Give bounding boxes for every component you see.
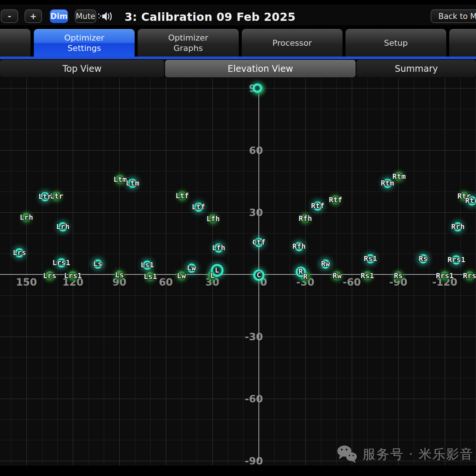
bottom-black-strip	[0, 466, 476, 476]
volume-up-label: +	[30, 12, 36, 21]
gridline-vertical	[429, 78, 430, 466]
mute-button[interactable]: Mute	[75, 9, 96, 23]
gridline-vertical	[383, 78, 383, 466]
gridline-vertical	[26, 78, 27, 466]
speaker-label-Ltr-green: Ltr	[50, 192, 63, 200]
gridline-horizontal	[0, 254, 476, 254]
subtab-top-view[interactable]: Top View	[0, 60, 164, 77]
speaker-label-R-cyan: R	[298, 267, 303, 276]
volume-up-button[interactable]: +	[25, 9, 42, 23]
speaker-label-Rs-cyan: Rs	[419, 254, 428, 263]
speaker-label-Rtm-green: Rtm	[392, 172, 406, 181]
speaker-label-Lfh-cyan: Lfh	[212, 243, 225, 252]
window-title: 3: Calibration 09 Feb 2025	[125, 10, 296, 23]
gridline-vertical	[352, 78, 352, 466]
speaker-label-Rtr-cyan: Rtr	[465, 196, 476, 205]
x-tick-label: 60	[159, 276, 173, 288]
speaker-volume-icon	[97, 11, 115, 22]
gridline-horizontal	[0, 171, 476, 171]
tab-label: Optimizer Graphs	[157, 33, 220, 53]
gridline-vertical	[197, 78, 197, 466]
x-tick-label: 150	[16, 276, 37, 288]
gridline-vertical	[321, 78, 321, 466]
gridline-horizontal	[0, 212, 476, 213]
gridline-vertical	[89, 78, 89, 466]
main-tab-bar: Optimizer Settings Optimizer Graphs Proc…	[0, 25, 476, 57]
gridline-horizontal	[0, 192, 476, 192]
gridline-vertical	[243, 78, 244, 466]
gridline-horizontal	[0, 337, 476, 337]
speaker-dot-top-cyan[interactable]	[253, 84, 262, 93]
top-black-strip	[0, 0, 476, 4]
tab-optimizer-graphs[interactable]: Optimizer Graphs	[138, 29, 239, 57]
mute-label: Mute	[76, 12, 96, 21]
elevation-view-chart[interactable]: 1501209060300-30-60-90-120906030-30-60-9…	[0, 78, 476, 466]
tab-label: Setup	[364, 38, 428, 48]
active-tab-underline	[0, 57, 476, 59]
wechat-icon	[337, 445, 358, 463]
speaker-label-Ls1-cyan: Ls1	[141, 260, 154, 269]
tab-partial-left[interactable]	[0, 29, 30, 57]
speaker-label-Rs1-green: Rs1	[361, 271, 374, 280]
speaker-label-Rs-green: Rs	[394, 271, 403, 280]
volume-down-label: -	[8, 12, 11, 21]
x-tick-label: -60	[343, 276, 361, 288]
subtab-label: Elevation View	[228, 64, 293, 74]
speaker-label-Rtm-cyan: Rtm	[381, 178, 394, 187]
gridline-horizontal	[0, 399, 476, 399]
speaker-label-Ctf-cyan: Ctf	[252, 238, 266, 247]
dim-button[interactable]: Dim	[50, 9, 68, 23]
speaker-label-Rtf-cyan: Rtf	[311, 201, 324, 210]
gridline-vertical	[42, 78, 42, 466]
speaker-label-Rrs-green: Rrs	[463, 271, 476, 280]
y-tick-label: 30	[249, 207, 263, 218]
back-label: Back to Ma	[438, 12, 476, 21]
back-to-master-button[interactable]: Back to Ma	[431, 9, 476, 23]
gridline-horizontal	[0, 419, 476, 420]
subtab-label: Top View	[62, 64, 102, 74]
gridline-vertical	[104, 78, 104, 466]
gridline-horizontal	[0, 129, 476, 130]
speaker-label-Rw-cyan: Rw	[321, 259, 330, 268]
speaker-label-Rfh-green: Rfh	[299, 214, 312, 223]
tab-partial-right[interactable]	[449, 29, 476, 57]
subtab-elevation-view[interactable]: Elevation View	[165, 60, 356, 77]
watermark: 服务号 · 米乐影音	[337, 443, 476, 466]
speaker-label-L-green: L	[210, 271, 215, 280]
speaker-label-Ltm-cyan: Ltm	[126, 178, 139, 187]
tab-optimizer-settings[interactable]: Optimizer Settings	[34, 29, 135, 57]
gridline-vertical	[11, 78, 11, 466]
volume-down-button[interactable]: -	[1, 9, 18, 23]
gridline-vertical	[290, 78, 290, 466]
gridline-horizontal	[0, 440, 476, 440]
gridline-horizontal	[0, 316, 476, 316]
gridline-horizontal	[0, 233, 476, 234]
y-tick-label: -30	[245, 331, 263, 342]
speaker-label-Rw-green: Rw	[332, 271, 341, 280]
gridline-vertical	[460, 78, 461, 466]
tab-setup[interactable]: Setup	[345, 29, 446, 57]
speaker-label-Rtf-green: Rtf	[329, 195, 342, 204]
speaker-label-Ls1-green: Ls1	[144, 272, 157, 281]
subtab-summary[interactable]: Summary	[357, 60, 476, 77]
speaker-label-Lfh-green: Lfh	[206, 214, 220, 223]
y-tick-label: -90	[245, 455, 263, 467]
gridline-vertical	[228, 78, 228, 466]
gridline-vertical	[135, 78, 135, 466]
speaker-label-Lw-cyan: Lw	[187, 263, 196, 272]
toolbar: - + Dim Mute 3: Calibration 09 Feb 2025 …	[0, 4, 476, 25]
tab-processor[interactable]: Processor	[242, 29, 342, 57]
speaker-label-Lrs1-green: Lrs1	[64, 271, 82, 280]
speaker-label-Lrs-cyan: Lrs	[13, 248, 26, 257]
speaker-label-Ls-cyan: Ls	[93, 259, 102, 268]
speaker-label-C-cyan: C	[257, 270, 261, 279]
gridline-vertical	[274, 78, 275, 466]
gridline-vertical	[166, 78, 166, 466]
speaker-label-Lw-green: Lw	[177, 271, 186, 280]
speaker-label-R-green: R	[303, 272, 308, 281]
watermark-text: 服务号 · 米乐影音	[363, 446, 473, 463]
speaker-label-Ltm-green: Ltm	[113, 175, 127, 184]
gridline-horizontal	[0, 109, 476, 109]
gridline-vertical	[57, 78, 58, 466]
gridline-horizontal	[0, 88, 476, 89]
